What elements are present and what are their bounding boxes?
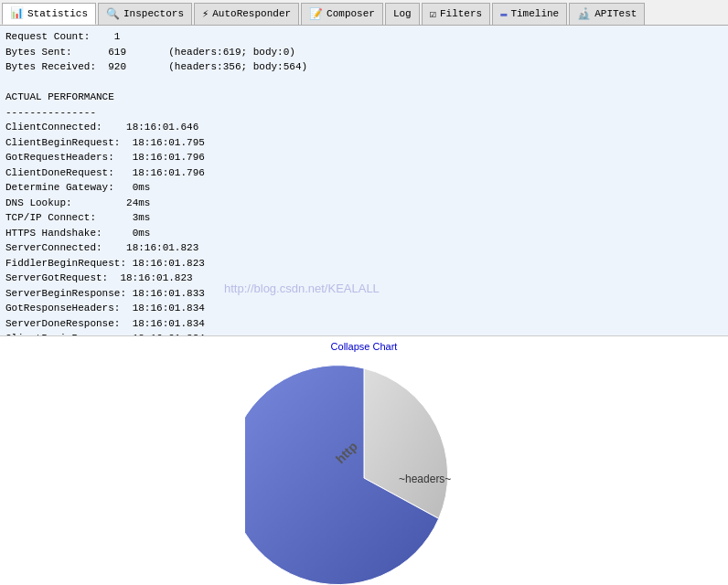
main-content: Request Count: 1 Bytes Sent: 619 (header…	[0, 26, 728, 585]
tab-bar: 📊 Statistics 🔍 Inspectors ⚡ AutoResponde…	[0, 0, 728, 26]
chart-section: Collapse Chart	[0, 336, 728, 585]
tab-log[interactable]: Log	[385, 3, 420, 25]
autoresponder-icon: ⚡	[202, 7, 209, 21]
statistics-icon: 📊	[10, 6, 24, 20]
inspectors-icon: 🔍	[106, 7, 120, 21]
request-count-line: Request Count: 1	[5, 29, 723, 45]
bytes-sent-line: Bytes Sent: 619 (headers:619; body:0)	[5, 45, 723, 60]
filters-icon: ☑	[430, 7, 436, 21]
tab-inspectors[interactable]: 🔍 Inspectors	[98, 3, 192, 25]
stats-panel: Request Count: 1 Bytes Sent: 619 (header…	[0, 26, 728, 336]
pie-chart-container: http ~headers~	[245, 359, 483, 585]
timeline-icon: ▬	[500, 7, 507, 20]
tab-apitest[interactable]: 🔬 APITest	[569, 3, 645, 25]
apitest-icon: 🔬	[577, 7, 591, 21]
pie-chart-svg: http ~headers~	[245, 359, 483, 585]
actual-performance-label: ACTUAL PERFORMANCE	[5, 90, 723, 105]
tab-autoresponder[interactable]: ⚡ AutoResponder	[194, 3, 299, 25]
tab-composer[interactable]: 📝 Composer	[301, 3, 383, 25]
tab-timeline[interactable]: ▬ Timeline	[492, 3, 567, 25]
composer-icon: 📝	[309, 7, 323, 21]
collapse-chart-link[interactable]: Collapse Chart	[331, 341, 398, 352]
pie-label-headers: ~headers~	[399, 473, 451, 485]
tab-statistics[interactable]: 📊 Statistics	[2, 3, 96, 25]
bytes-received-line: Bytes Received: 920 (headers:356; body:5…	[5, 59, 723, 75]
tab-filters[interactable]: ☑ Filters	[422, 3, 490, 25]
